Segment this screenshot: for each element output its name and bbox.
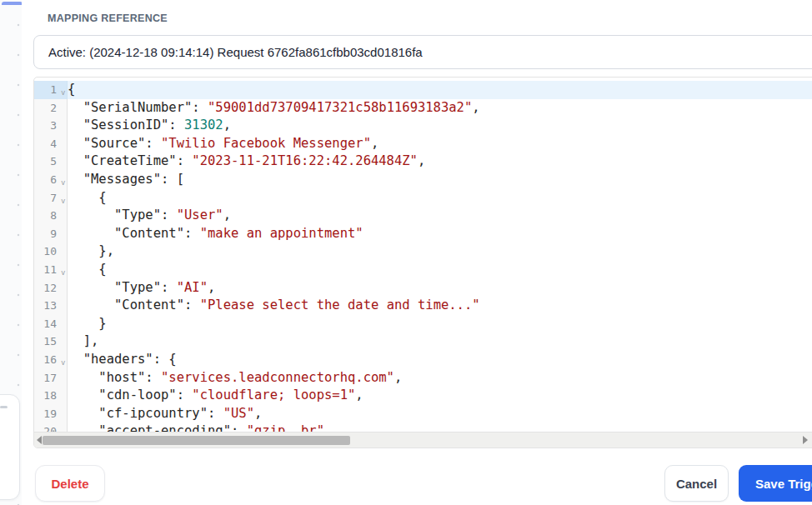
line-number: 8 xyxy=(34,207,68,225)
editor-line-text: "cf-ipcountry": "US", xyxy=(68,405,812,423)
editor-line[interactable]: 8 "Type": "User", xyxy=(34,207,812,225)
editor-line-text: ], xyxy=(68,332,812,351)
line-number: 17 xyxy=(34,369,68,388)
line-number: 6v xyxy=(34,171,68,189)
line-number: 15 xyxy=(34,332,68,351)
editor-line[interactable]: 7v { xyxy=(34,189,812,208)
editor-line[interactable]: 14 } xyxy=(34,315,812,333)
editor-line-text: "SerialNumber": "59001dd73709417321c58b1… xyxy=(68,99,812,118)
editor-line[interactable]: 4 "Source": "Twilio Facebook Messenger", xyxy=(34,135,812,153)
editor-line[interactable]: 9 "Content": "make an appointment" xyxy=(34,225,812,243)
scroll-right-arrow-icon[interactable] xyxy=(803,436,808,444)
request-select[interactable]: Active: (2024-12-18 09:14:14) Request 67… xyxy=(33,35,812,69)
editor-line[interactable]: 3 "SessionID": 31302, xyxy=(34,117,812,135)
line-number: 5 xyxy=(34,152,68,171)
delete-button[interactable]: Delete xyxy=(35,465,105,502)
trigger-settings-panel: MAPPING REFERENCE Active: (2024-12-18 09… xyxy=(22,0,812,505)
line-number: 16v xyxy=(34,351,68,369)
editor-line[interactable]: 6v "Messages": [ xyxy=(34,171,812,189)
json-editor[interactable]: 1v{2 "SerialNumber": "59001dd73709417321… xyxy=(33,77,812,448)
line-number: 10 xyxy=(34,242,68,261)
line-number: 1v xyxy=(34,81,68,99)
editor-line-text: "Type": "User", xyxy=(68,207,812,225)
background-card-dash xyxy=(0,406,8,408)
scrollbar-thumb[interactable] xyxy=(43,436,350,445)
editor-line[interactable]: 15 ], xyxy=(34,332,812,351)
line-number: 9 xyxy=(34,225,68,243)
editor-line-text: "Messages": [ xyxy=(68,171,812,189)
editor-line[interactable]: 2 "SerialNumber": "59001dd73709417321c58… xyxy=(34,99,812,118)
line-number: 14 xyxy=(34,315,68,333)
mapping-reference-label: MAPPING REFERENCE xyxy=(48,12,168,24)
cancel-button[interactable]: Cancel xyxy=(664,465,729,502)
line-number: 13 xyxy=(34,297,68,315)
editor-line-text: } xyxy=(68,315,812,333)
editor-line-text: { xyxy=(68,261,812,279)
editor-line[interactable]: 20 "accept-encoding": "gzip, br" xyxy=(34,422,812,432)
editor-line[interactable]: 19 "cf-ipcountry": "US", xyxy=(34,405,812,423)
editor-line[interactable]: 10 }, xyxy=(34,242,812,261)
editor-line-text: "Content": "make an appointment" xyxy=(68,225,812,243)
editor-line-text: { xyxy=(68,81,812,99)
line-number: 20 xyxy=(34,422,68,432)
line-number: 4 xyxy=(34,135,68,153)
scroll-left-arrow-icon[interactable] xyxy=(37,436,42,444)
editor-line[interactable]: 13 "Content": "Please select the date an… xyxy=(34,297,812,315)
editor-line-text: "Content": "Please select the date and t… xyxy=(68,297,812,315)
request-select-value: Active: (2024-12-18 09:14:14) Request 67… xyxy=(48,45,423,59)
save-trigger-button[interactable]: Save Trigger xyxy=(739,465,812,502)
editor-line-text: "accept-encoding": "gzip, br" xyxy=(68,422,812,432)
line-number: 19 xyxy=(34,405,68,423)
line-number: 3 xyxy=(34,117,68,135)
editor-line-text: "headers": { xyxy=(68,351,812,369)
editor-lines[interactable]: 1v{2 "SerialNumber": "59001dd73709417321… xyxy=(34,78,812,432)
editor-line[interactable]: 5 "CreateTime": "2023-11-21T16:22:42.264… xyxy=(34,152,812,171)
editor-line[interactable]: 17 "host": "services.leadconnectorhq.com… xyxy=(34,369,812,388)
editor-line-text: }, xyxy=(68,242,812,261)
editor-line-text: "cdn-loop": "cloudflare; loops=1", xyxy=(68,387,812,405)
horizontal-scrollbar[interactable] xyxy=(34,432,812,448)
editor-line[interactable]: 1v{ xyxy=(34,81,812,99)
line-number: 11v xyxy=(34,261,68,279)
line-number: 12 xyxy=(34,279,68,298)
line-number: 7v xyxy=(34,189,68,208)
editor-line-text: "Type": "AI", xyxy=(68,279,812,298)
editor-line-text: "SessionID": 31302, xyxy=(68,117,812,135)
line-number: 2 xyxy=(34,99,68,118)
editor-line-text: "Source": "Twilio Facebook Messenger", xyxy=(68,135,812,153)
editor-line[interactable]: 12 "Type": "AI", xyxy=(34,279,812,298)
canvas-node-edge xyxy=(2,2,23,5)
background-card xyxy=(0,394,20,500)
editor-line-text: "CreateTime": "2023-11-21T16:22:42.26448… xyxy=(68,152,812,171)
editor-line[interactable]: 11v { xyxy=(34,261,812,279)
editor-line-text: "host": "services.leadconnectorhq.com", xyxy=(68,369,812,388)
line-number: 18 xyxy=(34,387,68,405)
editor-line[interactable]: 18 "cdn-loop": "cloudflare; loops=1", xyxy=(34,387,812,405)
editor-line-text: { xyxy=(68,189,812,208)
editor-line[interactable]: 16v "headers": { xyxy=(34,351,812,369)
